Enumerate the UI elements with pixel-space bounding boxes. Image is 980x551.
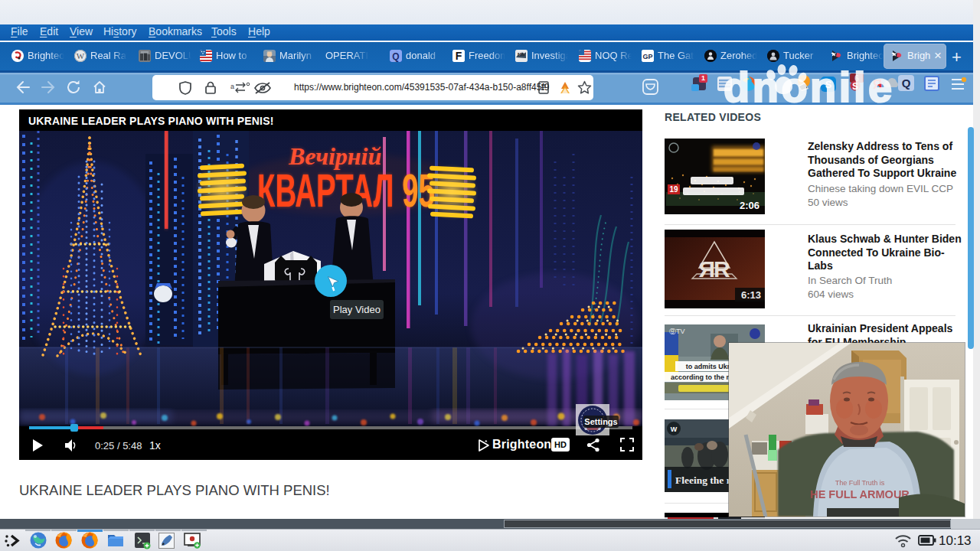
svg-text:S: S [825, 79, 832, 90]
svg-text:Fleeing the re: Fleeing the re [675, 474, 735, 486]
svg-text:Q: Q [392, 51, 399, 62]
svg-text:19: 19 [669, 185, 678, 194]
svg-text:The Full Truth is: The Full Truth is [835, 479, 885, 487]
svg-text:ⓖTV: ⓖTV [669, 328, 685, 335]
svg-text:6:13: 6:13 [741, 289, 761, 301]
svg-text:S: S [852, 81, 858, 92]
svg-text:a: a [230, 83, 234, 90]
svg-text:HE FULL ARMOUR: HE FULL ARMOUR [810, 488, 910, 500]
svg-text:2:06: 2:06 [740, 200, 760, 211]
svg-text:ЯR: ЯR [698, 256, 730, 282]
svg-text:W: W [671, 425, 678, 433]
svg-text:F: F [456, 50, 462, 62]
svg-text:NW: NW [518, 52, 525, 57]
svg-text:Q: Q [902, 77, 911, 90]
svg-text:GP: GP [642, 53, 652, 60]
svg-text:W: W [77, 51, 85, 60]
